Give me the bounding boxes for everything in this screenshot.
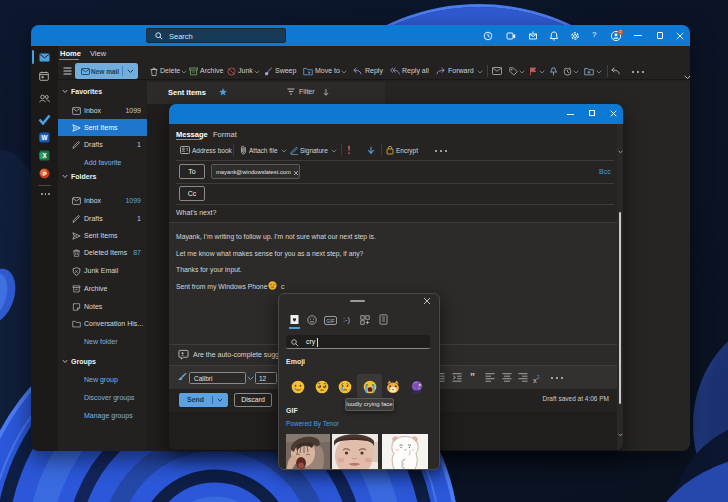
svg-text:P: P [43,171,47,177]
svg-text:GIF: GIF [326,318,334,324]
svg-text:W: W [42,134,49,141]
svg-text:X: X [42,152,47,159]
svg-text:2: 2 [620,30,622,34]
